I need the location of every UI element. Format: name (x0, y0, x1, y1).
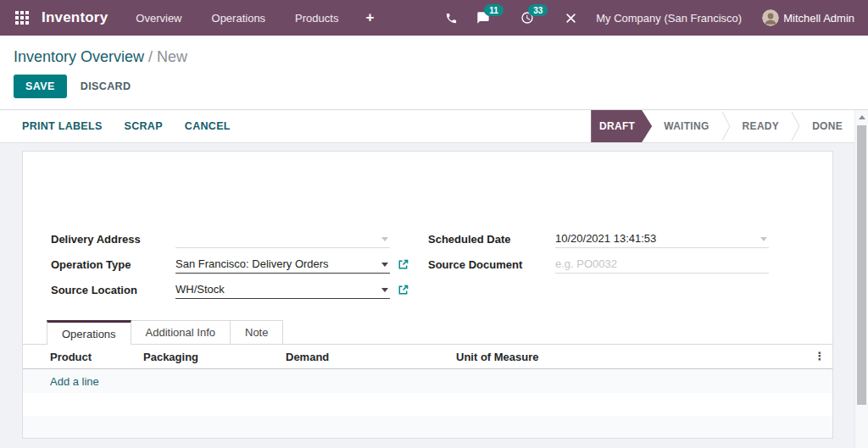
tools-icon[interactable] (565, 12, 577, 25)
chevron-separator-icon (791, 110, 800, 142)
plus-icon[interactable]: + (365, 9, 374, 26)
table-header-row: Product Packaging Demand Unit of Measure… (23, 345, 832, 369)
column-header-packaging: Packaging (143, 351, 286, 363)
status-step-waiting[interactable]: WAITING (652, 110, 721, 142)
messages-icon[interactable]: 11 (476, 11, 490, 25)
chevron-down-icon[interactable] (381, 263, 388, 267)
control-panel: Inventory Overview / New SAVE DISCARD (0, 36, 868, 110)
source-location-label: Source Location (51, 284, 175, 296)
form-content: Delivery Address Scheduled Date (0, 143, 854, 448)
source-location-input[interactable] (175, 283, 390, 297)
operation-type-field[interactable] (175, 256, 390, 274)
odoo-inventory-app: Inventory Overview Operations Products +… (0, 0, 868, 448)
activities-clock-icon[interactable]: 33 (520, 11, 534, 25)
source-location-field[interactable] (175, 281, 390, 299)
main-menu: Overview Operations Products (136, 12, 338, 25)
external-link-icon[interactable] (398, 259, 409, 270)
source-document-field[interactable] (555, 256, 769, 274)
status-step-draft[interactable]: DRAFT (591, 110, 652, 142)
breadcrumb: Inventory Overview / New (0, 36, 868, 66)
optional-columns-icon[interactable]: ⋮ (807, 352, 832, 361)
form-toolbar: PRINT LABELS SCRAP CANCEL DRAFT WAITING … (0, 110, 854, 143)
tab-note[interactable]: Note (231, 320, 283, 344)
table-row (23, 393, 832, 416)
column-header-unit-of-measure: Unit of Measure (456, 351, 807, 363)
print-labels-button[interactable]: PRINT LABELS (22, 120, 103, 132)
chevron-down-icon[interactable] (381, 288, 388, 292)
breadcrumb-separator: / (148, 48, 153, 65)
save-button[interactable]: SAVE (14, 75, 67, 98)
chevron-down-icon[interactable] (381, 237, 388, 241)
tab-additional-info[interactable]: Additional Info (131, 320, 231, 344)
operations-lines-table: Product Packaging Demand Unit of Measure… (23, 345, 832, 439)
main-area: PRINT LABELS SCRAP CANCEL DRAFT WAITING … (0, 110, 854, 448)
chevron-separator-icon (721, 110, 731, 142)
scheduled-date-input[interactable] (555, 232, 769, 246)
cancel-button[interactable]: CANCEL (185, 120, 231, 132)
top-navbar: Inventory Overview Operations Products +… (0, 0, 868, 36)
scrap-button[interactable]: SCRAP (125, 120, 163, 132)
menu-products[interactable]: Products (295, 12, 338, 25)
scheduled-date-label: Scheduled Date (428, 233, 555, 246)
operation-type-input[interactable] (175, 257, 390, 272)
column-header-product: Product (50, 351, 143, 363)
delivery-address-label: Delivery Address (51, 233, 175, 246)
app-title: Inventory (42, 9, 108, 26)
delivery-address-input[interactable] (175, 232, 390, 246)
company-switcher[interactable]: My Company (San Francisco) (596, 12, 742, 25)
phone-icon[interactable] (445, 12, 458, 25)
navbar-right: 11 33 My Company (San Francisco) Mitchel… (445, 9, 868, 26)
apps-grid-icon[interactable] (15, 11, 29, 25)
table-row (23, 416, 832, 439)
delivery-address-field[interactable] (175, 230, 390, 248)
discard-button[interactable]: DISCARD (81, 80, 131, 92)
user-avatar[interactable] (762, 9, 779, 26)
source-document-label: Source Document (428, 258, 555, 271)
operation-type-label: Operation Type (51, 258, 175, 271)
source-document-input[interactable] (555, 257, 769, 272)
record-actions: SAVE DISCARD (0, 66, 868, 98)
statusbar: DRAFT WAITING READY DONE (591, 110, 854, 142)
vertical-scrollbar[interactable] (854, 110, 868, 448)
add-a-line-link[interactable]: Add a line (23, 369, 832, 393)
activities-badge: 33 (528, 4, 548, 16)
scrollbar-thumb[interactable] (857, 125, 866, 405)
scrollbar-up-arrow-icon[interactable] (855, 110, 868, 124)
field-group: Delivery Address Scheduled Date (51, 230, 832, 299)
breadcrumb-current: New (157, 48, 187, 65)
chevron-down-icon[interactable] (760, 237, 767, 241)
user-menu[interactable]: Mitchell Admin (783, 12, 854, 25)
status-step-done[interactable]: DONE (800, 110, 854, 142)
column-header-demand: Demand (286, 351, 456, 363)
tab-operations[interactable]: Operations (47, 320, 131, 345)
external-link-icon[interactable] (398, 285, 409, 296)
scheduled-date-field[interactable] (555, 230, 769, 248)
messages-badge: 11 (484, 4, 504, 16)
notebook-tabs: Operations Additional Info Note (23, 320, 832, 345)
breadcrumb-parent-link[interactable]: Inventory Overview (14, 48, 144, 65)
menu-overview[interactable]: Overview (136, 12, 181, 25)
form-sheet: Delivery Address Scheduled Date (22, 151, 833, 439)
status-step-ready[interactable]: READY (731, 110, 792, 142)
menu-operations[interactable]: Operations (212, 12, 266, 25)
